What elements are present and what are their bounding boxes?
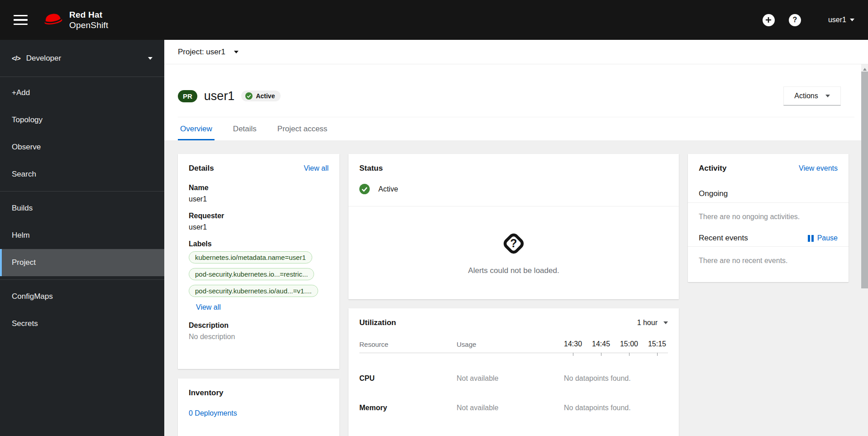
sidebar-item-builds[interactable]: Builds [0, 195, 164, 222]
time-axis: 14:30 14:45 15:00 15:15 [554, 340, 668, 348]
tabs: Overview Details Project access [178, 117, 854, 140]
ongoing-empty-message: There are no ongoing activities. [688, 203, 849, 221]
pause-button-label: Pause [817, 234, 838, 242]
time-tick-label: 14:30 [564, 340, 582, 348]
masthead: Red Hat OpenShift ? user1 [0, 0, 868, 40]
labels-label: Labels [189, 240, 329, 248]
utilization-table: Resource Usage 14:30 14:45 15:00 15:15 [348, 327, 679, 412]
usage-value: Not available [457, 374, 554, 383]
view-events-link[interactable]: View events [799, 164, 838, 172]
sidebar-item-label: ConfigMaps [12, 292, 53, 301]
sidebar-item-configmaps[interactable]: ConfigMaps [0, 283, 164, 310]
sidebar-item-label: +Add [12, 88, 30, 97]
quick-create-icon[interactable] [763, 14, 775, 26]
time-tick-label: 15:15 [648, 340, 666, 348]
label-chip[interactable]: kubernetes.io/metadata.name=user1 [189, 251, 312, 264]
status-badge-label: Active [256, 92, 275, 100]
sidebar-item-label: Search [12, 170, 36, 179]
sidebar-item-label: Project [12, 258, 36, 267]
description-label: Description [189, 321, 329, 330]
column-right: Activity View events Ongoing There are n… [688, 154, 849, 282]
recent-events-label: Recent events [699, 234, 748, 243]
details-view-all-link[interactable]: View all [304, 164, 329, 172]
chevron-down-icon [234, 51, 238, 53]
nav-group-2: Builds Helm Project [0, 192, 164, 278]
sidebar-item-topology[interactable]: Topology [0, 106, 164, 134]
perspective-switcher[interactable]: </> Developer [0, 40, 164, 77]
sidebar-item-project[interactable]: Project [0, 249, 164, 276]
sidebar-item-label: Observe [12, 143, 41, 152]
user-menu-label: user1 [828, 16, 846, 24]
utilization-card: Utilization 1 hour Resource Usage [348, 308, 679, 436]
perspective-label: Developer [26, 54, 62, 63]
nav-group-1: +Add Topology Observe Search [0, 77, 164, 190]
user-menu[interactable]: user1 [828, 16, 854, 24]
label-chip[interactable]: pod-security.kubernetes.io...=restric... [189, 268, 314, 280]
sidebar-item-add[interactable]: +Add [0, 79, 164, 106]
sidebar-item-label: Topology [12, 115, 43, 125]
resource-name: CPU [359, 374, 457, 383]
sidebar-item-helm[interactable]: Helm [0, 222, 164, 249]
label-chip[interactable]: pod-security.kubernetes.io/aud...=v1.... [189, 285, 318, 297]
sidebar-divider [0, 279, 164, 280]
ongoing-label: Ongoing [699, 189, 728, 198]
deployments-link[interactable]: 0 Deployments [189, 409, 237, 417]
details-card-title: Details [189, 164, 214, 173]
requester-label: Requester [189, 212, 329, 220]
duration-select[interactable]: 1 hour [637, 319, 668, 327]
usage-value: Not available [457, 404, 554, 412]
datapoints-message: No datapoints found. [554, 404, 668, 412]
sidebar-item-observe[interactable]: Observe [0, 134, 164, 161]
redhat-fedora-icon [43, 12, 63, 28]
labels-view-all-link[interactable]: View all [196, 303, 221, 311]
requester-value: user1 [189, 223, 329, 231]
activity-card-title: Activity [699, 164, 726, 173]
resource-name: Memory [359, 404, 457, 412]
page-header: PR user1 Active Actions O [164, 64, 868, 140]
help-icon[interactable]: ? [789, 14, 801, 26]
column-middle: Status Active [348, 154, 679, 436]
page-scroll-region: PR user1 Active Actions O [164, 64, 868, 436]
tab-details[interactable]: Details [231, 117, 259, 140]
scrollbar-thumb[interactable] [861, 72, 868, 288]
tab-project-access[interactable]: Project access [275, 117, 330, 140]
utilization-card-title: Utilization [359, 318, 396, 327]
name-label: Name [189, 184, 329, 192]
sidebar-item-secrets[interactable]: Secrets [0, 310, 164, 337]
sidebar-item-search[interactable]: Search [0, 161, 164, 188]
main-area: Project: user1 PR user1 Active Ac [164, 40, 868, 436]
masthead-toolbar: ? user1 [763, 14, 854, 26]
inventory-card-title: Inventory [189, 388, 224, 398]
tab-overview[interactable]: Overview [178, 117, 215, 140]
time-tick-label: 14:45 [592, 340, 610, 348]
chevron-down-icon [850, 19, 854, 21]
alerts-message: Alerts could not be loaded. [468, 266, 559, 275]
chevron-down-icon [825, 95, 830, 97]
hamburger-menu-icon[interactable] [14, 15, 28, 25]
nav-group-3: ConfigMaps Secrets [0, 281, 164, 340]
pause-events-button[interactable]: Pause [808, 234, 838, 242]
vertical-scrollbar[interactable] [861, 64, 868, 436]
column-left: Details View all Name user1 Requester us… [178, 154, 339, 436]
actions-button[interactable]: Actions [783, 86, 841, 105]
description-value: No description [189, 333, 329, 341]
overview-content: Details View all Name user1 Requester us… [164, 140, 868, 436]
duration-select-value: 1 hour [637, 319, 658, 327]
actions-button-label: Actions [794, 92, 818, 100]
scroll-up-arrow-icon[interactable] [863, 66, 867, 71]
utilization-row-memory: Memory Not available No datapoints found… [359, 383, 668, 412]
activity-card: Activity View events Ongoing There are n… [688, 154, 849, 282]
brand-text: Red Hat OpenShift [69, 10, 108, 30]
project-status-text: Active [378, 185, 398, 193]
brand-logo[interactable]: Red Hat OpenShift [43, 10, 108, 30]
name-value: user1 [189, 195, 329, 203]
inventory-card: Inventory 0 Deployments [178, 379, 339, 436]
sidebar-item-label: Secrets [12, 319, 38, 328]
status-card: Status Active [348, 154, 679, 299]
project-selector[interactable]: Project: user1 [164, 40, 868, 64]
title-row: PR user1 Active Actions [178, 64, 854, 106]
developer-code-icon: </> [12, 54, 20, 62]
utilization-table-header: Resource Usage 14:30 14:45 15:00 15:15 [359, 327, 668, 353]
sidebar: </> Developer +Add Topology Observe Sear… [0, 40, 164, 436]
check-circle-icon [359, 184, 370, 194]
